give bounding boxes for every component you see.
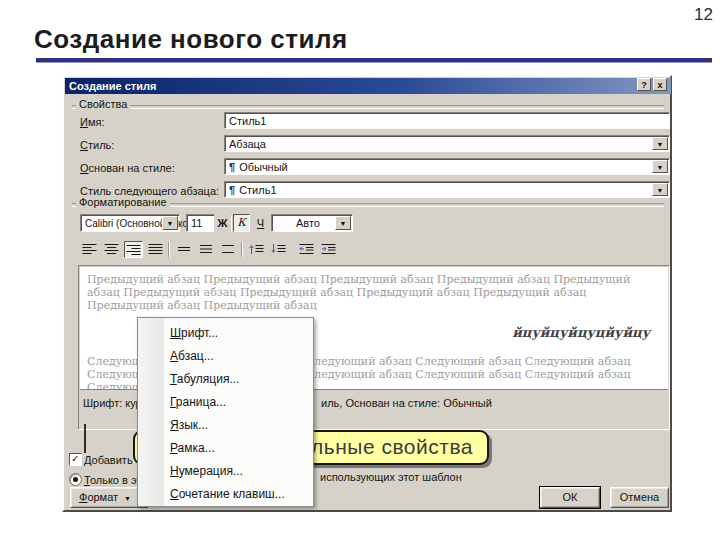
menu-item-numbering[interactable]: Нумерация...	[138, 460, 313, 483]
next-style-combo[interactable]: ¶Стиль1 ▼	[224, 181, 670, 198]
page-number: 12	[694, 5, 713, 25]
based-on-label: Основан на стиле:	[80, 162, 175, 174]
chevron-down-icon[interactable]: ▼	[162, 216, 178, 230]
align-right-button[interactable]	[124, 241, 143, 258]
font-color-value: Авто	[296, 217, 320, 229]
annotation-callout-text: льные свойства	[311, 435, 487, 458]
style-type-combo[interactable]: Абзаца ▼	[224, 135, 670, 152]
close-icon[interactable]: x	[653, 78, 667, 91]
ok-button[interactable]: ОК	[540, 487, 600, 508]
toolbar-separator	[241, 242, 243, 257]
slide-title: Создание нового стиля	[34, 24, 348, 55]
slide: 12 Создание нового стиля Создание стиля …	[0, 0, 720, 540]
help-icon[interactable]: ?	[637, 78, 651, 91]
style-description-left: Шрифт: кур	[83, 397, 142, 409]
menu-item-border[interactable]: Граница...	[138, 391, 313, 414]
name-input[interactable]: Стиль1	[224, 112, 670, 129]
properties-group-label: Свойства	[76, 98, 130, 110]
pilcrow-icon: ¶	[229, 184, 235, 196]
add-to-list-checkbox[interactable]: ✓	[69, 453, 82, 466]
increase-indent-button[interactable]	[319, 241, 338, 258]
chevron-down-icon[interactable]: ▼	[335, 216, 351, 230]
next-style-value: Стиль1	[239, 184, 276, 196]
chevron-down-icon[interactable]: ▼	[652, 160, 668, 173]
properties-group-line	[72, 105, 664, 109]
chevron-down-icon[interactable]: ▼	[652, 137, 668, 150]
add-to-list-label: Добавить	[84, 454, 133, 466]
chevron-down-icon[interactable]: ▼	[652, 183, 668, 196]
pilcrow-icon: ¶	[229, 161, 235, 173]
only-this-document-label: Только в эт	[84, 474, 141, 486]
menu-item-font[interactable]: Шрифт...	[138, 322, 313, 345]
align-center-button[interactable]	[102, 241, 121, 258]
menu-item-tabs[interactable]: Табуляция...	[138, 368, 313, 391]
dialog-titlebar[interactable]: Создание стиля	[65, 78, 671, 94]
style-description-right: иль, Основан на стиле: Обычный	[321, 397, 492, 409]
formatting-group-label: Форматирование	[76, 196, 170, 208]
line-spacing-1-5-button[interactable]	[197, 241, 216, 258]
line-spacing-double-button[interactable]	[219, 241, 238, 258]
callout-leader-line	[84, 424, 86, 453]
decrease-indent-button[interactable]	[297, 241, 316, 258]
font-color-combo[interactable]: Авто ▼	[271, 214, 353, 232]
check-icon: ✓	[71, 453, 79, 464]
style-type-label: Стиль:	[80, 139, 114, 151]
format-menu: Шрифт... Абзац... Табуляция... Граница..…	[137, 317, 314, 507]
align-left-button[interactable]	[80, 241, 99, 258]
space-before-button[interactable]	[247, 241, 266, 258]
based-on-value: Обычный	[239, 161, 288, 173]
previous-paragraph-text: Предыдущий абзац Предыдущий абзац Предыд…	[87, 273, 658, 312]
space-after-button[interactable]	[269, 241, 288, 258]
name-value: Стиль1	[229, 115, 266, 127]
menu-item-paragraph[interactable]: Абзац...	[138, 345, 313, 368]
font-name-combo[interactable]: Calibri (Основной текс ▼	[80, 214, 180, 232]
based-on-combo[interactable]: ¶Обычный ▼	[224, 158, 670, 175]
style-type-value: Абзаца	[229, 138, 266, 150]
italic-button[interactable]: К	[233, 214, 250, 232]
menu-item-language[interactable]: Язык...	[138, 414, 313, 437]
cancel-button[interactable]: Отмена	[610, 487, 669, 508]
name-label: Имя:	[80, 116, 104, 128]
template-radio-label-fragment: использующих этот шаблон	[320, 471, 462, 483]
only-this-document-radio[interactable]	[69, 473, 82, 486]
menu-item-shortcut-key[interactable]: Сочетание клавиш...	[138, 483, 313, 506]
line-spacing-single-button[interactable]	[175, 241, 194, 258]
font-size-value: 11	[191, 217, 202, 229]
underline-button[interactable]: Ч	[252, 214, 269, 232]
toolbar-separator	[168, 242, 170, 257]
chevron-down-icon: ▼	[124, 495, 131, 502]
title-rule	[36, 58, 712, 63]
bold-button[interactable]: Ж	[214, 214, 231, 232]
align-justify-button[interactable]	[146, 241, 165, 258]
dialog-title: Создание стиля	[69, 80, 156, 92]
menu-item-frame[interactable]: Рамка...	[138, 437, 313, 460]
